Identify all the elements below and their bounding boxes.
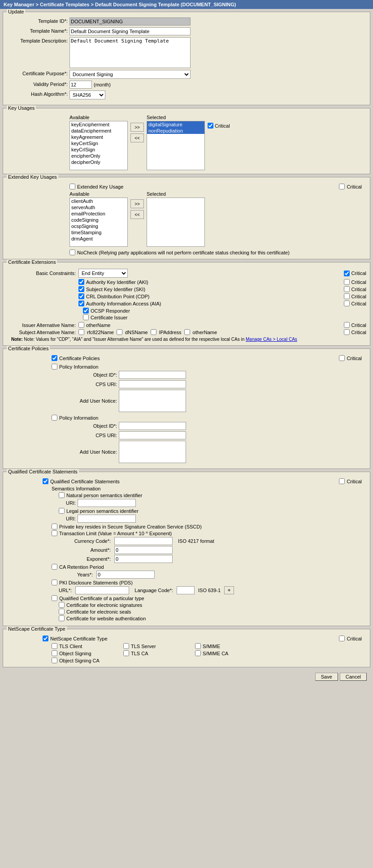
exponent-row: Exponent*: (59, 555, 366, 563)
eku-available-list[interactable]: clientAuth serverAuth emailProtection co… (69, 198, 128, 247)
list-item[interactable]: serverAuth (70, 204, 127, 211)
list-item[interactable]: timeStamping (70, 229, 127, 236)
list-item[interactable]: keyEncipherment (70, 121, 127, 128)
subject-alt-critical-checkbox[interactable] (344, 329, 350, 335)
natural-person-checkbox[interactable] (59, 492, 65, 498)
template-desc-textarea[interactable] (69, 37, 191, 68)
eku-critical-checkbox[interactable] (339, 184, 345, 189)
currency-input[interactable] (114, 537, 173, 545)
list-item[interactable]: keyAgreement (70, 134, 127, 140)
eku-checkbox[interactable] (69, 184, 75, 189)
np-uri-input[interactable] (78, 499, 136, 507)
basic-constraints-select[interactable]: End Entity (78, 269, 128, 278)
qcs-checkbox[interactable] (43, 478, 48, 484)
issuer-alt-critical-checkbox[interactable] (344, 322, 350, 328)
user-notice-1-textarea[interactable] (119, 390, 186, 412)
note-link[interactable]: Manage CAs > Local CAs (246, 337, 297, 342)
remove-eku-btn[interactable]: << (130, 210, 144, 219)
key-usage-critical-checkbox[interactable] (208, 123, 213, 129)
tls-client-checkbox[interactable] (52, 643, 57, 649)
elec-sig-checkbox[interactable] (59, 602, 65, 608)
list-item[interactable]: clientAuth (70, 198, 127, 204)
aki-checkbox[interactable] (78, 279, 84, 285)
cdp-checkbox[interactable] (78, 293, 84, 299)
aia-checkbox[interactable] (78, 301, 84, 306)
rfc822-checkbox[interactable] (78, 329, 84, 335)
cert-policies-critical-checkbox[interactable] (339, 355, 345, 361)
lp-uri-input[interactable] (78, 515, 136, 523)
pki-disclosure-checkbox[interactable] (52, 580, 57, 585)
list-item[interactable]: nonRepudiation (147, 128, 204, 134)
object-signing-checkbox[interactable] (52, 650, 57, 656)
san-othername-label: otherName (193, 330, 217, 335)
aia-critical-checkbox[interactable] (344, 301, 350, 306)
tls-ca-checkbox[interactable] (123, 650, 129, 656)
amount-input[interactable] (114, 546, 173, 554)
user-notice-2-textarea[interactable] (119, 441, 186, 463)
dnsname-checkbox[interactable] (117, 329, 122, 335)
object-signing-ca-checkbox[interactable] (52, 657, 57, 663)
available-list[interactable]: keyEncipherment dataEncipherment keyAgre… (69, 121, 128, 170)
ocsp-checkbox[interactable] (83, 308, 89, 314)
list-item[interactable]: emailProtection (70, 211, 127, 217)
exponent-input[interactable] (114, 555, 173, 563)
smime-ca-checkbox[interactable] (195, 650, 201, 656)
issuer-alt-critical-label: Critical (351, 322, 366, 328)
obj-id-1-input[interactable] (119, 371, 186, 379)
cps-uri-1-input[interactable] (119, 380, 186, 388)
validity-input[interactable] (69, 81, 92, 89)
list-item[interactable]: ocspSigning (70, 223, 127, 229)
list-item[interactable]: digitalSignature (147, 121, 204, 128)
ski-critical-checkbox[interactable] (344, 286, 350, 292)
template-name-input[interactable] (69, 27, 191, 35)
add-key-usage-btn[interactable]: >> (130, 123, 144, 132)
list-item[interactable]: encipherOnly (70, 153, 127, 159)
policy-info-1-checkbox[interactable] (52, 364, 57, 370)
cert-purpose-select[interactable]: Document Signing (69, 70, 191, 79)
ski-checkbox[interactable] (78, 286, 84, 292)
add-eku-btn[interactable]: >> (130, 199, 144, 208)
list-item[interactable]: decipherOnly (70, 159, 127, 165)
hash-select[interactable]: SHA256 (69, 90, 105, 99)
legal-person-checkbox[interactable] (59, 508, 65, 514)
smime-checkbox[interactable] (195, 643, 201, 649)
tls-server-checkbox[interactable] (123, 643, 129, 649)
issuer-alt-othername-checkbox[interactable] (78, 322, 84, 328)
pki-lang-input[interactable] (177, 586, 195, 594)
cdp-critical-checkbox[interactable] (344, 293, 350, 299)
save-button[interactable]: Save (315, 673, 338, 681)
cert-issuer-row: Certificate Issuer (83, 314, 366, 320)
netscape-checkbox[interactable] (43, 636, 48, 641)
aki-critical-checkbox[interactable] (344, 279, 350, 285)
elec-seals-checkbox[interactable] (59, 609, 65, 614)
list-item[interactable]: drmAgent (70, 236, 127, 242)
policy-info-2-checkbox[interactable] (52, 415, 57, 421)
website-auth-checkbox[interactable] (59, 615, 65, 621)
list-item[interactable]: keyCertSign (70, 140, 127, 146)
ipaddress-checkbox[interactable] (151, 329, 156, 335)
cps-uri-2-input[interactable] (119, 431, 186, 439)
ca-retention-checkbox[interactable] (52, 564, 57, 570)
basic-constraints-critical-checkbox[interactable] (344, 271, 350, 276)
cancel-button[interactable]: Cancel (340, 673, 367, 681)
pki-add-btn[interactable]: + (224, 586, 234, 594)
cert-policies-checkbox[interactable] (52, 355, 57, 361)
selected-list[interactable]: digitalSignature nonRepudiation (147, 121, 205, 170)
sscd-checkbox[interactable] (52, 524, 57, 529)
pki-url-input[interactable] (75, 586, 129, 594)
list-item[interactable]: dataEncipherment (70, 128, 127, 134)
cert-issuer-checkbox[interactable] (83, 314, 89, 320)
qcs-critical-checkbox[interactable] (339, 478, 345, 484)
qualified-cert-checkbox[interactable] (52, 595, 57, 601)
san-othername-checkbox[interactable] (184, 329, 190, 335)
obj-id-2-input[interactable] (119, 422, 186, 430)
list-item[interactable]: codeSigning (70, 217, 127, 223)
nocheck-checkbox[interactable] (69, 249, 75, 255)
netscape-critical-checkbox[interactable] (339, 636, 345, 641)
years-input[interactable] (96, 571, 155, 579)
policy-info-1-fields: Object ID*: CPS URI: Add User Notice: (52, 371, 366, 412)
list-item[interactable]: keyCrlSign (70, 146, 127, 153)
eku-selected-list[interactable] (147, 198, 205, 247)
remove-key-usage-btn[interactable]: << (130, 133, 144, 142)
transaction-limit-checkbox[interactable] (52, 530, 57, 536)
